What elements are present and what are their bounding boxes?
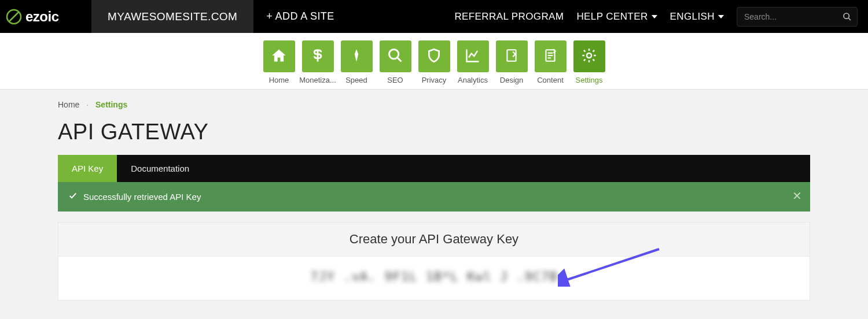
api-key-panel: Create your API Gateway Key 7JY .vA. 9F1…	[58, 222, 810, 301]
nav-seo[interactable]: SEO	[380, 40, 411, 84]
dollar-icon	[310, 47, 326, 66]
breadcrumb-home-label: Home	[58, 100, 79, 109]
breadcrumb-current: Settings	[95, 100, 127, 109]
design-icon	[504, 47, 519, 66]
nav-label: Monetiza...	[299, 76, 337, 84]
tab-documentation[interactable]: Documentation	[117, 155, 203, 182]
top-bar: ezoic MYAWESOMESITE.COM + ADD A SITE REF…	[0, 0, 868, 33]
add-site-button[interactable]: + ADD A SITE	[253, 0, 347, 33]
chevron-down-icon	[718, 15, 724, 18]
tab-label: Documentation	[131, 164, 189, 173]
nav-label: Home	[260, 76, 298, 84]
svg-line-1	[10, 13, 18, 21]
search-input[interactable]	[737, 7, 858, 27]
main-nav: Home Monetiza... Speed SEO Privacy Analy…	[0, 33, 868, 90]
top-right-nav: REFERRAL PROGRAM HELP CENTER ENGLISH	[454, 0, 868, 33]
nav-monetization[interactable]: Monetiza...	[302, 40, 334, 84]
svg-line-13	[564, 249, 659, 281]
annotation-arrow-icon	[558, 246, 662, 289]
tab-label: API Key	[72, 164, 103, 173]
panel-body: 7JY .vA. 9F1L 1B*L Kwl J .9C7B	[58, 257, 810, 300]
svg-point-5	[389, 49, 399, 58]
help-center-menu[interactable]: HELP CENTER	[576, 11, 657, 23]
nav-content[interactable]: Content	[535, 40, 567, 84]
nav-label: SEO	[377, 76, 414, 84]
nav-speed[interactable]: Speed	[341, 40, 373, 84]
page-content: Home · Settings API GATEWAY API Key Docu…	[58, 90, 810, 319]
referral-label: REFERRAL PROGRAM	[454, 11, 564, 23]
page-title: API GATEWAY	[58, 120, 810, 144]
nav-label: Speed	[338, 76, 376, 84]
tabs-bar: API Key Documentation	[58, 155, 810, 182]
nav-label: Settings	[571, 76, 608, 84]
svg-line-6	[398, 57, 402, 61]
nav-privacy[interactable]: Privacy	[418, 40, 450, 84]
check-icon	[68, 191, 78, 202]
svg-text:ezoic: ezoic	[25, 9, 59, 24]
current-site[interactable]: MYAWESOMESITE.COM	[91, 0, 253, 33]
nav-label: Design	[493, 76, 531, 84]
nav-label: Privacy	[415, 76, 453, 84]
home-icon	[271, 47, 287, 66]
rocket-icon	[349, 48, 364, 65]
brand-logo[interactable]: ezoic	[0, 0, 91, 33]
svg-line-4	[848, 18, 851, 20]
close-icon[interactable]: ✕	[792, 189, 802, 203]
nav-analytics[interactable]: Analytics	[457, 40, 489, 84]
breadcrumb-home[interactable]: Home	[58, 100, 79, 109]
chevron-down-icon	[652, 15, 657, 18]
shield-icon	[426, 47, 442, 66]
help-label: HELP CENTER	[576, 11, 648, 23]
svg-point-3	[844, 13, 849, 18]
content-icon	[543, 47, 558, 66]
nav-design[interactable]: Design	[496, 40, 528, 84]
language-label: ENGLISH	[670, 11, 715, 23]
chart-icon	[465, 47, 481, 66]
nav-settings[interactable]: Settings	[573, 40, 605, 84]
nav-label: Analytics	[454, 76, 492, 84]
search-container	[737, 7, 858, 27]
magnify-icon	[387, 47, 403, 66]
success-alert: Successfully retrieved API Key ✕	[58, 182, 810, 212]
language-menu[interactable]: ENGLISH	[670, 11, 724, 23]
referral-link[interactable]: REFERRAL PROGRAM	[454, 11, 564, 23]
search-icon[interactable]	[843, 12, 852, 24]
nav-home[interactable]: Home	[263, 40, 295, 84]
panel-title: Create your API Gateway Key	[58, 222, 810, 257]
gear-icon	[581, 47, 597, 66]
breadcrumb: Home · Settings	[58, 100, 810, 115]
api-key-value: 7JY .vA. 9F1L 1B*L Kwl J .9C7B	[310, 269, 557, 284]
add-site-label: + ADD A SITE	[266, 10, 334, 23]
svg-point-12	[587, 53, 591, 57]
tab-api-key[interactable]: API Key	[58, 155, 117, 182]
alert-text: Successfully retrieved API Key	[83, 192, 201, 202]
breadcrumb-separator: ·	[86, 100, 89, 109]
nav-label: Content	[532, 76, 569, 84]
current-site-label: MYAWESOMESITE.COM	[108, 10, 237, 23]
